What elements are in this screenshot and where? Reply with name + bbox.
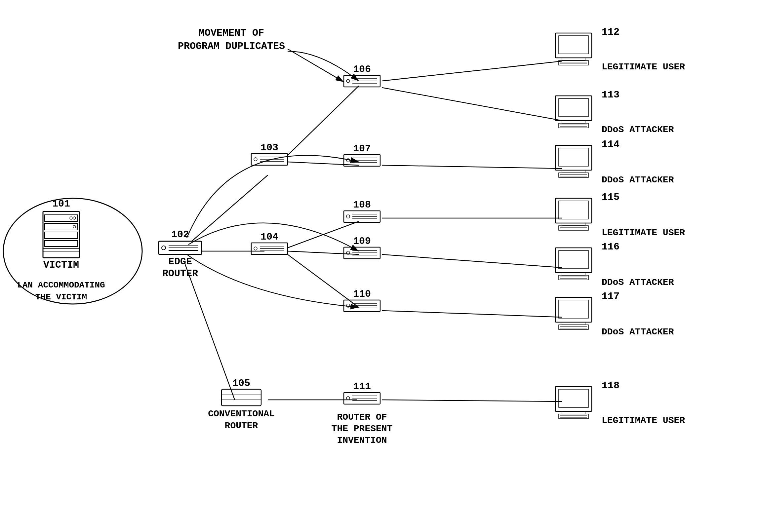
node-118-num: 118 — [602, 380, 619, 391]
node-112-label: LEGITIMATE USER — [602, 62, 685, 72]
node-111-num: 111 — [353, 381, 371, 392]
svg-point-48 — [346, 79, 350, 83]
victim-label: VICTIM — [43, 259, 79, 271]
lan-label-2: THE VICTIM — [35, 292, 87, 302]
node-117-label: DDoS ATTACKER — [602, 327, 674, 337]
svg-rect-110 — [559, 325, 588, 329]
svg-rect-22 — [45, 232, 78, 239]
router-present-label-2: THE PRESENT — [332, 424, 393, 434]
movement-label-2: PROGRAM DUPLICATES — [178, 41, 285, 52]
svg-rect-80 — [559, 60, 588, 65]
svg-rect-90 — [559, 148, 588, 166]
svg-rect-86 — [559, 123, 588, 128]
node-118-label: LEGITIMATE USER — [602, 415, 685, 426]
node-117-num: 117 — [602, 291, 619, 302]
router-present-label-3: INVENTION — [337, 435, 387, 445]
node-112-num: 112 — [602, 26, 619, 38]
node-105-num: 105 — [232, 378, 250, 389]
svg-line-12 — [382, 61, 562, 81]
svg-rect-96 — [559, 201, 588, 219]
svg-rect-98 — [559, 226, 588, 230]
svg-line-17 — [382, 311, 562, 317]
node-113-label: DDoS ATTACKER — [602, 125, 674, 135]
node-106-num: 106 — [353, 64, 371, 75]
svg-line-10 — [288, 254, 359, 307]
node-104-num: 104 — [260, 231, 278, 243]
node-108-num: 108 — [353, 199, 371, 210]
svg-rect-20 — [45, 215, 78, 221]
svg-line-13 — [382, 88, 562, 121]
svg-line-18 — [382, 400, 562, 401]
node-115-label: LEGITIMATE USER — [602, 228, 685, 238]
svg-rect-19 — [43, 211, 79, 258]
svg-rect-92 — [559, 173, 588, 177]
svg-point-35 — [254, 158, 257, 161]
node-114-label: DDoS ATTACKER — [602, 175, 674, 185]
svg-rect-108 — [559, 300, 588, 318]
svg-point-58 — [346, 215, 350, 218]
lan-label-1: LAN ACCOMMODATING — [17, 280, 105, 290]
svg-rect-104 — [559, 275, 588, 280]
svg-rect-84 — [559, 98, 588, 117]
conventional-router-label-1: CONVENTIONAL — [208, 409, 275, 419]
node-101-num: 101 — [52, 198, 70, 209]
svg-point-73 — [346, 397, 350, 400]
svg-point-28 — [73, 225, 76, 228]
node-115-num: 115 — [602, 192, 619, 203]
svg-line-5 — [185, 264, 235, 400]
svg-rect-21 — [45, 223, 78, 230]
node-116-label: DDoS ATTACKER — [602, 277, 674, 287]
svg-rect-114 — [559, 389, 588, 407]
svg-line-16 — [382, 254, 562, 268]
node-103-num: 103 — [260, 142, 278, 153]
svg-rect-78 — [559, 36, 588, 54]
node-110-num: 110 — [353, 288, 371, 300]
svg-rect-44 — [221, 389, 261, 406]
edge-router-label-1: EDGE — [168, 256, 192, 267]
svg-point-68 — [346, 304, 350, 307]
svg-rect-116 — [559, 414, 588, 419]
node-116-num: 116 — [602, 241, 619, 252]
node-109-num: 109 — [353, 236, 371, 247]
movement-label: MOVEMENT OF — [199, 27, 264, 39]
node-113-num: 113 — [602, 89, 619, 100]
edge-router-label-2: ROUTER — [162, 268, 198, 279]
svg-line-6 — [288, 86, 359, 155]
node-107-num: 107 — [353, 143, 371, 154]
svg-point-27 — [70, 217, 72, 219]
svg-line-7 — [288, 162, 359, 165]
svg-point-40 — [254, 247, 257, 250]
conventional-router-label-2: ROUTER — [225, 421, 258, 431]
node-114-num: 114 — [602, 139, 619, 150]
svg-line-9 — [288, 251, 359, 254]
svg-point-30 — [162, 246, 166, 250]
svg-point-26 — [73, 217, 76, 219]
svg-line-14 — [382, 165, 562, 169]
svg-rect-23 — [45, 241, 78, 247]
svg-rect-102 — [559, 250, 588, 269]
node-102-num: 102 — [171, 229, 189, 240]
network-diagram: MOVEMENT OF PROGRAM DUPLICATES 101 VICTI… — [0, 0, 759, 532]
router-present-label-1: ROUTER OF — [337, 412, 387, 422]
